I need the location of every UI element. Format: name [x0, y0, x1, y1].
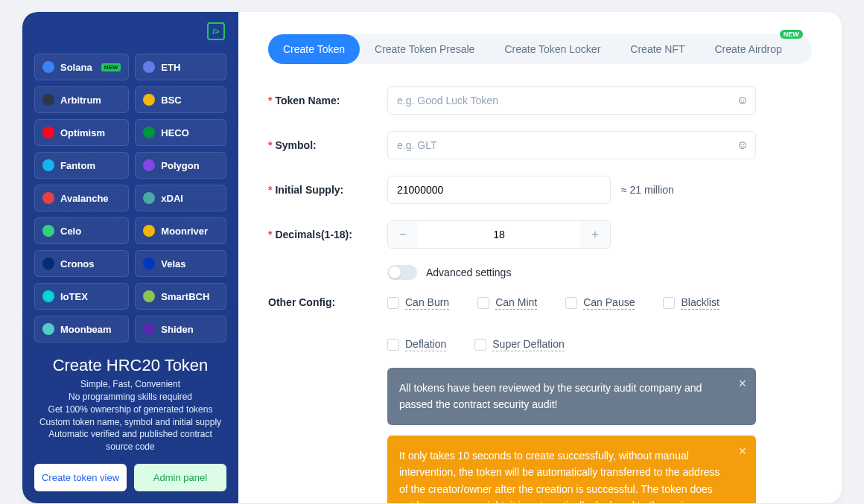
- chain-label: Fantom: [60, 160, 95, 171]
- tab-create-token[interactable]: Create Token: [268, 34, 360, 64]
- app-container: /> SolanaNEWETHArbitrumBSCOptimismHECOFa…: [22, 12, 842, 503]
- checkbox[interactable]: [477, 297, 489, 309]
- tab-create-nft[interactable]: Create NFT: [615, 34, 699, 64]
- create-token-view-button[interactable]: Create token view: [34, 464, 127, 491]
- label-symbol: *Symbol:: [268, 139, 387, 151]
- new-badge: NEW: [780, 30, 803, 39]
- chain-icon: [143, 323, 155, 335]
- label-token-name: *Token Name:: [268, 95, 387, 106]
- chain-optimism[interactable]: Optimism: [34, 119, 129, 146]
- row-symbol: *Symbol: ☺: [268, 131, 812, 159]
- decimals-decrement-button[interactable]: −: [388, 221, 418, 248]
- check-label: Deflation: [405, 338, 446, 351]
- chain-label: Celo: [60, 226, 81, 237]
- chain-label: Avalanche: [60, 193, 109, 204]
- chain-icon: [42, 258, 54, 269]
- chain-bsc[interactable]: BSC: [135, 86, 226, 113]
- chain-label: Solana: [60, 62, 92, 73]
- chain-smartbch[interactable]: SmartBCH: [135, 283, 226, 310]
- alert-audit: All tokens have been reviewed by the sec…: [387, 368, 756, 425]
- chain-arbitrum[interactable]: Arbitrum: [34, 86, 129, 113]
- chain-icon: [143, 290, 155, 302]
- chain-icon: [42, 225, 54, 237]
- chain-iotex[interactable]: IoTEX: [34, 283, 129, 310]
- chain-label: IoTEX: [60, 291, 88, 302]
- symbol-input[interactable]: [387, 131, 756, 159]
- check-can-mint: Can Mint: [477, 296, 537, 310]
- checkbox[interactable]: [565, 297, 577, 309]
- chain-moonriver[interactable]: Moonriver: [135, 217, 226, 244]
- alert-info-text: It only takes 10 seconds to create succe…: [399, 450, 720, 503]
- token-name-input[interactable]: [387, 86, 756, 115]
- chain-polygon[interactable]: Polygon: [135, 152, 226, 179]
- chain-label: Polygon: [161, 160, 199, 171]
- chain-avalanche[interactable]: Avalanche: [34, 185, 129, 211]
- chain-grid: SolanaNEWETHArbitrumBSCOptimismHECOFanto…: [34, 54, 226, 347]
- close-icon[interactable]: ✕: [738, 375, 747, 392]
- chain-solana[interactable]: SolanaNEW: [34, 54, 129, 80]
- chain-icon: [143, 258, 155, 269]
- new-badge: NEW: [101, 63, 121, 71]
- checkbox[interactable]: [387, 339, 399, 351]
- emoji-picker-icon[interactable]: ☺: [737, 138, 749, 152]
- close-icon[interactable]: ✕: [738, 443, 747, 459]
- advanced-settings-toggle[interactable]: [387, 265, 417, 280]
- chain-label: xDAI: [161, 193, 183, 204]
- check-deflation: Deflation: [387, 338, 446, 351]
- sidebar-actions: Create token view Admin panel: [34, 464, 226, 491]
- chain-label: SmartBCH: [161, 291, 209, 302]
- sidebar: /> SolanaNEWETHArbitrumBSCOptimismHECOFa…: [22, 12, 238, 503]
- emoji-picker-icon[interactable]: ☺: [737, 94, 749, 107]
- chain-icon: [42, 127, 54, 138]
- chain-shiden[interactable]: Shiden: [135, 316, 226, 342]
- row-initial-supply: *Initial Supply: ≈ 21 million: [268, 176, 812, 204]
- chain-cronos[interactable]: Cronos: [34, 250, 129, 277]
- checkbox[interactable]: [474, 339, 486, 351]
- chain-velas[interactable]: Velas: [135, 250, 226, 277]
- chain-label: BSC: [161, 95, 181, 106]
- chain-label: Optimism: [60, 127, 105, 138]
- tab-create-token-locker[interactable]: Create Token Locker: [489, 34, 615, 64]
- chain-fantom[interactable]: Fantom: [34, 152, 129, 179]
- tab-create-airdrop[interactable]: Create AirdropNEW: [699, 34, 796, 64]
- chain-icon: [42, 192, 54, 204]
- decimals-increment-button[interactable]: +: [580, 221, 610, 248]
- decimals-input[interactable]: [418, 221, 580, 248]
- sidebar-subtext: Simple, Fast, ConvenientNo programming s…: [34, 378, 226, 453]
- chain-moonbeam[interactable]: Moonbeam: [34, 316, 129, 342]
- label-symbol-text: Symbol:: [275, 139, 316, 151]
- check-can-burn: Can Burn: [387, 296, 449, 310]
- row-token-name: *Token Name: ☺: [268, 86, 812, 115]
- chain-eth[interactable]: ETH: [135, 54, 226, 80]
- chain-icon: [143, 94, 155, 106]
- main-panel: Create TokenCreate Token PresaleCreate T…: [238, 12, 842, 503]
- admin-panel-button[interactable]: Admin panel: [134, 464, 226, 491]
- chain-label: HECO: [161, 127, 189, 138]
- decimals-stepper: − +: [387, 220, 611, 249]
- chain-label: Cronos: [60, 258, 95, 269]
- label-decimals-text: Decimals(1-18):: [275, 229, 352, 240]
- chain-icon: [143, 225, 155, 237]
- chain-xdai[interactable]: xDAI: [135, 185, 226, 211]
- initial-supply-input[interactable]: [387, 176, 611, 204]
- row-advanced: Advanced settings: [268, 265, 812, 280]
- chain-heco[interactable]: HECO: [135, 119, 226, 146]
- check-blacklist: Blacklist: [663, 296, 719, 310]
- check-label: Super Deflation: [492, 338, 565, 351]
- check-label: Can Mint: [495, 296, 537, 310]
- tab-create-token-presale[interactable]: Create Token Presale: [360, 34, 489, 64]
- check-label: Blacklist: [681, 296, 719, 310]
- chain-icon: [143, 127, 155, 138]
- chain-label: ETH: [161, 62, 180, 73]
- checkbox[interactable]: [663, 297, 675, 309]
- chain-icon: [42, 290, 54, 302]
- alert-audit-text: All tokens have been reviewed by the sec…: [399, 382, 702, 410]
- chain-icon: [143, 159, 155, 171]
- label-token-name-text: Token Name:: [275, 95, 340, 106]
- chain-celo[interactable]: Celo: [34, 217, 129, 244]
- row-other-config: Other Config: Can BurnCan MintCan PauseB…: [268, 296, 812, 351]
- chain-label: Arbitrum: [60, 95, 101, 106]
- chain-icon: [42, 159, 54, 171]
- checkbox[interactable]: [387, 297, 399, 309]
- code-icon[interactable]: />: [207, 22, 225, 40]
